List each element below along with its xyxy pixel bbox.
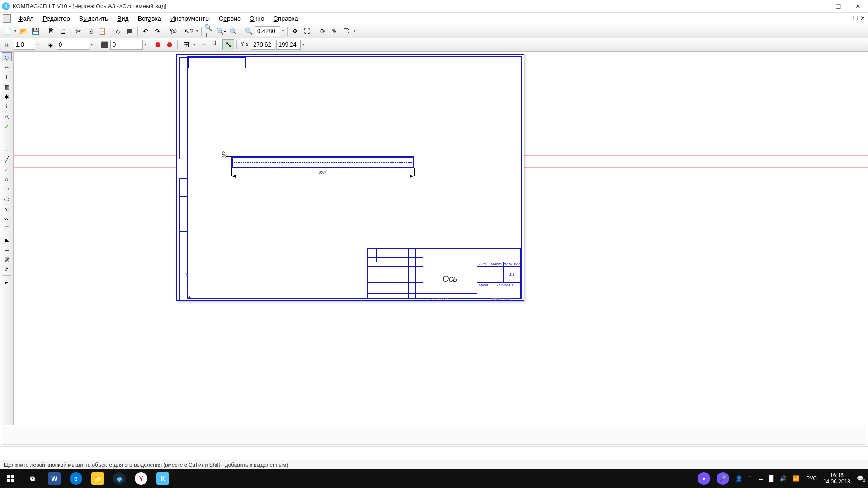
chamfer-tool[interactable]: ◣ — [2, 235, 12, 244]
style2-dropdown[interactable]: ▾ — [144, 42, 147, 47]
spec-panel-button[interactable]: ▭ — [2, 132, 12, 141]
circle-tool[interactable]: ○ — [2, 175, 12, 184]
geometry-panel-button[interactable]: ◇ — [2, 52, 12, 61]
mdi-icon[interactable] — [3, 14, 11, 23]
menu-insert[interactable]: Вставка — [133, 14, 166, 23]
menu-tools[interactable]: Инструменты — [166, 14, 214, 23]
pan-button[interactable]: ✥ — [290, 26, 301, 37]
symbols-panel-button[interactable]: ⊥ — [2, 72, 12, 81]
task-view-button[interactable]: ⧉ — [22, 469, 43, 488]
drawing-canvas[interactable]: M? 220 ▲Y Лит.МассаМасшта — [14, 52, 868, 425]
properties-button[interactable]: ▤ — [124, 26, 135, 37]
tray-chevron-icon[interactable]: ˄ — [749, 475, 751, 482]
measure-panel-button[interactable]: ⟟ — [2, 102, 12, 111]
screen-button[interactable]: 🖵 — [341, 26, 352, 37]
tray-language[interactable]: РУС — [806, 475, 817, 482]
eraser-button[interactable]: ◇ — [113, 26, 123, 37]
equidistant-tool[interactable]: ⫽ — [2, 264, 12, 273]
current-style-button[interactable]: ◈ — [45, 39, 56, 50]
params-panel-button[interactable]: ✱ — [2, 92, 12, 101]
point-tool[interactable]: · — [2, 145, 12, 154]
ortho-button[interactable]: ┘ — [210, 39, 222, 50]
hatch-tool[interactable]: ▨ — [2, 254, 12, 263]
stop-button[interactable]: ⬣ — [152, 39, 163, 50]
new-button[interactable]: 📄 — [2, 26, 13, 37]
toolbar-overflow[interactable]: ▾ — [195, 29, 199, 33]
refresh-button[interactable]: ⟳ — [317, 26, 328, 37]
tray-wifi-icon[interactable]: 📶 — [793, 475, 800, 482]
snap-button[interactable]: ⤡ — [222, 39, 234, 50]
ortho-l-button[interactable]: └ — [197, 39, 209, 50]
variables-button[interactable]: f(x) — [168, 26, 179, 37]
mdi-minimize[interactable]: — — [845, 15, 851, 22]
zoom-in-button[interactable]: 🔍+ — [204, 26, 215, 37]
save-button[interactable]: 💾 — [30, 26, 41, 37]
taskbar-explorer[interactable]: 📁 — [87, 469, 108, 488]
open-button[interactable]: 📂 — [18, 26, 29, 37]
tray-mic[interactable]: 🎤 — [717, 472, 729, 485]
paste-button[interactable]: 📋 — [97, 26, 108, 37]
spline-tool[interactable]: ∿ — [2, 205, 12, 214]
tray-clock[interactable]: 16:16 14.06.2018 — [823, 472, 850, 485]
taskbar-word[interactable]: W — [43, 469, 65, 488]
taskbar-edge[interactable]: e — [65, 469, 87, 488]
view-overflow[interactable]: ▾ — [353, 29, 356, 33]
coord-overflow[interactable]: ▾ — [302, 42, 305, 47]
start-button[interactable] — [0, 469, 22, 488]
aux-line-tool[interactable]: ⟋ — [2, 165, 12, 174]
help-pointer-button[interactable]: ↖? — [184, 26, 194, 37]
menu-help[interactable]: Справка — [269, 14, 303, 23]
menu-window[interactable]: Окно — [245, 14, 269, 23]
coord-mode-button[interactable]: Y↓x — [239, 39, 250, 50]
assoc-panel-button[interactable]: ✓ — [2, 122, 12, 131]
taskbar-steam[interactable]: ◉ — [108, 469, 130, 488]
rectangle-tool[interactable]: ▭ — [2, 244, 12, 253]
menu-edit[interactable]: Редактор — [38, 14, 74, 23]
line-tool[interactable]: ╱ — [2, 155, 12, 164]
step-input[interactable] — [14, 40, 35, 50]
zoom-dropdown[interactable]: ▾ — [281, 29, 285, 33]
tray-notifications[interactable]: 💬2 — [857, 475, 863, 482]
coord-y-input[interactable] — [276, 40, 301, 50]
redo-button[interactable]: ↷ — [152, 26, 163, 37]
zoom-window-button[interactable]: 🔍 — [227, 26, 238, 37]
clear-button[interactable]: ⬣ — [164, 39, 175, 50]
style1-input[interactable] — [57, 40, 89, 50]
text-panel-button[interactable]: A — [2, 112, 12, 121]
taskbar-kompas[interactable]: К — [152, 469, 174, 488]
step-dropdown[interactable]: ▾ — [36, 42, 40, 47]
close-button[interactable]: ✕ — [854, 3, 863, 10]
new-dropdown[interactable]: ▾ — [14, 29, 17, 33]
tray-onedrive-icon[interactable]: ☁ — [758, 475, 763, 482]
zoom-fit-button[interactable]: 🔍 — [243, 26, 254, 37]
zoom-input[interactable] — [255, 26, 280, 36]
menu-view[interactable]: Вид — [113, 14, 133, 23]
arc-tool[interactable]: ◠ — [2, 185, 12, 194]
mdi-close[interactable]: ✕ — [860, 15, 865, 22]
ellipse-tool[interactable]: ⬭ — [2, 195, 12, 204]
tray-battery-icon[interactable]: ▉ — [769, 475, 774, 482]
bezier-tool[interactable]: 〰 — [2, 215, 12, 224]
menu-service[interactable]: Сервис — [214, 14, 245, 23]
maximize-button[interactable]: ☐ — [834, 3, 843, 10]
menu-file[interactable]: Файл — [14, 14, 38, 23]
redraw-button[interactable]: ✎ — [329, 26, 340, 37]
taskbar-yandex[interactable]: Y — [130, 469, 152, 488]
style1-dropdown[interactable]: ▾ — [90, 42, 94, 47]
menu-select[interactable]: Выделить — [75, 14, 113, 23]
tray-alice[interactable]: ● — [698, 472, 710, 485]
coord-x-input[interactable] — [251, 40, 275, 50]
cut-button[interactable]: ✂ — [73, 26, 84, 37]
layer-button[interactable]: ⬛ — [99, 39, 109, 50]
zoom-out-button[interactable]: 🔍- — [216, 26, 226, 37]
grid-step-button[interactable]: ⊞ — [2, 39, 13, 50]
tray-volume-icon[interactable]: 🔊 — [780, 475, 787, 482]
mdi-restore[interactable]: ❐ — [853, 15, 859, 22]
undo-button[interactable]: ↶ — [140, 26, 151, 37]
edit-panel-button[interactable]: ▦ — [2, 82, 12, 91]
tray-people-icon[interactable]: 👤 — [736, 475, 742, 482]
minimize-button[interactable]: — — [814, 3, 823, 10]
properties-panel-inner[interactable] — [2, 427, 866, 445]
collapse-button[interactable]: ▸ — [2, 277, 12, 286]
print-preview-button[interactable]: 🖹 — [46, 26, 57, 37]
